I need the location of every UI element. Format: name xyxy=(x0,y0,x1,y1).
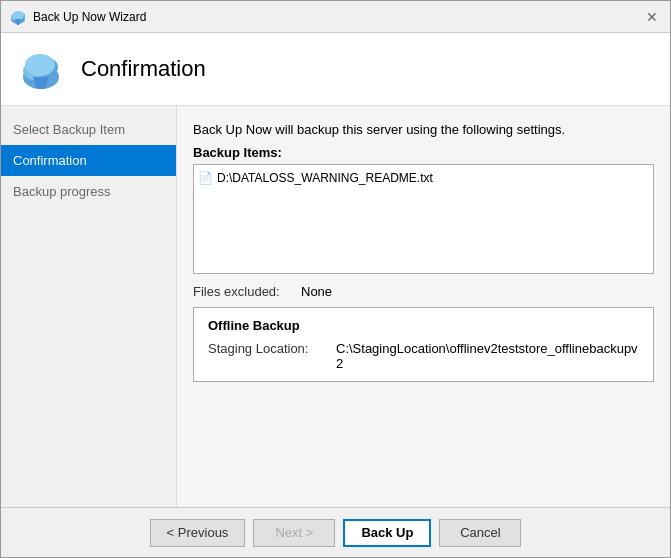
window-title: Back Up Now Wizard xyxy=(33,10,146,24)
header-cloud-icon xyxy=(17,45,65,93)
app-icon xyxy=(9,8,27,26)
footer: < Previous Next > Back Up Cancel xyxy=(1,507,670,557)
backup-button[interactable]: Back Up xyxy=(343,519,431,547)
files-excluded-label: Files excluded: xyxy=(193,284,293,299)
offline-backup-box: Offline Backup Staging Location: C:\Stag… xyxy=(193,307,654,382)
wizard-window: Back Up Now Wizard ✕ Confirmation Select… xyxy=(0,0,671,558)
sidebar-item-confirmation: Confirmation xyxy=(1,145,176,176)
sidebar-item-select-backup: Select Backup Item xyxy=(1,114,176,145)
staging-location-value: C:\StagingLocation\offlinev2teststore_of… xyxy=(336,341,639,371)
title-bar: Back Up Now Wizard ✕ xyxy=(1,1,670,33)
backup-list-box: 📄 D:\DATALOSS_WARNING_README.txt xyxy=(193,164,654,274)
staging-row: Staging Location: C:\StagingLocation\off… xyxy=(208,341,639,371)
previous-button[interactable]: < Previous xyxy=(150,519,246,547)
page-title: Confirmation xyxy=(81,56,206,82)
info-text: Back Up Now will backup this server usin… xyxy=(193,122,654,137)
sidebar-item-backup-progress: Backup progress xyxy=(1,176,176,207)
header-area: Confirmation xyxy=(1,33,670,106)
cancel-button[interactable]: Cancel xyxy=(439,519,521,547)
main-panel: Back Up Now will backup this server usin… xyxy=(177,106,670,507)
backup-file-path: D:\DATALOSS_WARNING_README.txt xyxy=(217,171,433,185)
list-item: 📄 D:\DATALOSS_WARNING_README.txt xyxy=(198,169,649,187)
backup-items-label: Backup Items: xyxy=(193,145,654,160)
close-button[interactable]: ✕ xyxy=(642,7,662,27)
file-icon: 📄 xyxy=(198,171,213,185)
svg-point-3 xyxy=(12,11,24,20)
files-excluded-value: None xyxy=(301,284,332,299)
staging-location-label: Staging Location: xyxy=(208,341,328,371)
content-area: Select Backup Item Confirmation Backup p… xyxy=(1,106,670,507)
sidebar: Select Backup Item Confirmation Backup p… xyxy=(1,106,177,507)
svg-point-8 xyxy=(25,54,55,76)
files-excluded-row: Files excluded: None xyxy=(193,284,654,299)
offline-backup-title: Offline Backup xyxy=(208,318,639,333)
next-button[interactable]: Next > xyxy=(253,519,335,547)
